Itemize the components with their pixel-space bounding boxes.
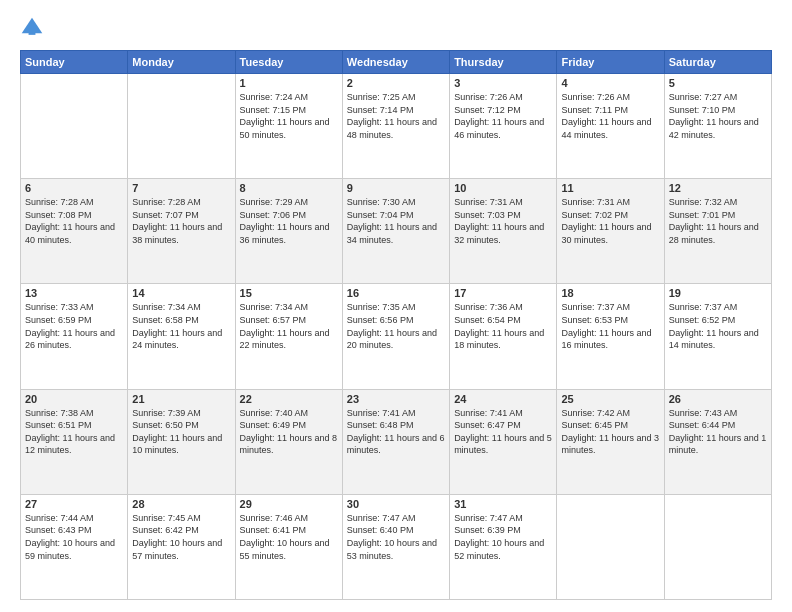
day-info: Sunrise: 7:38 AM Sunset: 6:51 PM Dayligh…: [25, 407, 123, 457]
day-cell: 22Sunrise: 7:40 AM Sunset: 6:49 PM Dayli…: [235, 389, 342, 494]
day-info: Sunrise: 7:44 AM Sunset: 6:43 PM Dayligh…: [25, 512, 123, 562]
day-number: 3: [454, 77, 552, 89]
day-cell: 3Sunrise: 7:26 AM Sunset: 7:12 PM Daylig…: [450, 74, 557, 179]
day-info: Sunrise: 7:40 AM Sunset: 6:49 PM Dayligh…: [240, 407, 338, 457]
day-info: Sunrise: 7:28 AM Sunset: 7:07 PM Dayligh…: [132, 196, 230, 246]
day-number: 4: [561, 77, 659, 89]
day-cell: 19Sunrise: 7:37 AM Sunset: 6:52 PM Dayli…: [664, 284, 771, 389]
day-cell: 21Sunrise: 7:39 AM Sunset: 6:50 PM Dayli…: [128, 389, 235, 494]
day-number: 23: [347, 393, 445, 405]
day-cell: 30Sunrise: 7:47 AM Sunset: 6:40 PM Dayli…: [342, 494, 449, 599]
day-cell: 9Sunrise: 7:30 AM Sunset: 7:04 PM Daylig…: [342, 179, 449, 284]
day-number: 20: [25, 393, 123, 405]
day-number: 31: [454, 498, 552, 510]
day-cell: 26Sunrise: 7:43 AM Sunset: 6:44 PM Dayli…: [664, 389, 771, 494]
day-cell: 1Sunrise: 7:24 AM Sunset: 7:15 PM Daylig…: [235, 74, 342, 179]
day-number: 30: [347, 498, 445, 510]
day-cell: 15Sunrise: 7:34 AM Sunset: 6:57 PM Dayli…: [235, 284, 342, 389]
header-row: SundayMondayTuesdayWednesdayThursdayFrid…: [21, 51, 772, 74]
day-cell: 25Sunrise: 7:42 AM Sunset: 6:45 PM Dayli…: [557, 389, 664, 494]
day-cell: 2Sunrise: 7:25 AM Sunset: 7:14 PM Daylig…: [342, 74, 449, 179]
header-cell-saturday: Saturday: [664, 51, 771, 74]
day-info: Sunrise: 7:43 AM Sunset: 6:44 PM Dayligh…: [669, 407, 767, 457]
day-cell: 31Sunrise: 7:47 AM Sunset: 6:39 PM Dayli…: [450, 494, 557, 599]
svg-rect-1: [29, 28, 36, 35]
day-info: Sunrise: 7:31 AM Sunset: 7:02 PM Dayligh…: [561, 196, 659, 246]
header-cell-sunday: Sunday: [21, 51, 128, 74]
day-number: 19: [669, 287, 767, 299]
day-info: Sunrise: 7:25 AM Sunset: 7:14 PM Dayligh…: [347, 91, 445, 141]
day-info: Sunrise: 7:34 AM Sunset: 6:57 PM Dayligh…: [240, 301, 338, 351]
day-info: Sunrise: 7:45 AM Sunset: 6:42 PM Dayligh…: [132, 512, 230, 562]
day-number: 8: [240, 182, 338, 194]
day-cell: 14Sunrise: 7:34 AM Sunset: 6:58 PM Dayli…: [128, 284, 235, 389]
day-cell: 12Sunrise: 7:32 AM Sunset: 7:01 PM Dayli…: [664, 179, 771, 284]
week-row-3: 20Sunrise: 7:38 AM Sunset: 6:51 PM Dayli…: [21, 389, 772, 494]
day-cell: 20Sunrise: 7:38 AM Sunset: 6:51 PM Dayli…: [21, 389, 128, 494]
day-info: Sunrise: 7:47 AM Sunset: 6:39 PM Dayligh…: [454, 512, 552, 562]
day-info: Sunrise: 7:33 AM Sunset: 6:59 PM Dayligh…: [25, 301, 123, 351]
day-number: 5: [669, 77, 767, 89]
day-number: 29: [240, 498, 338, 510]
day-number: 1: [240, 77, 338, 89]
week-row-0: 1Sunrise: 7:24 AM Sunset: 7:15 PM Daylig…: [21, 74, 772, 179]
day-info: Sunrise: 7:39 AM Sunset: 6:50 PM Dayligh…: [132, 407, 230, 457]
day-info: Sunrise: 7:36 AM Sunset: 6:54 PM Dayligh…: [454, 301, 552, 351]
day-number: 24: [454, 393, 552, 405]
day-info: Sunrise: 7:46 AM Sunset: 6:41 PM Dayligh…: [240, 512, 338, 562]
header-cell-monday: Monday: [128, 51, 235, 74]
header-cell-tuesday: Tuesday: [235, 51, 342, 74]
day-info: Sunrise: 7:34 AM Sunset: 6:58 PM Dayligh…: [132, 301, 230, 351]
day-info: Sunrise: 7:28 AM Sunset: 7:08 PM Dayligh…: [25, 196, 123, 246]
day-number: 26: [669, 393, 767, 405]
day-cell: 24Sunrise: 7:41 AM Sunset: 6:47 PM Dayli…: [450, 389, 557, 494]
day-number: 12: [669, 182, 767, 194]
day-info: Sunrise: 7:29 AM Sunset: 7:06 PM Dayligh…: [240, 196, 338, 246]
day-number: 11: [561, 182, 659, 194]
day-cell: 7Sunrise: 7:28 AM Sunset: 7:07 PM Daylig…: [128, 179, 235, 284]
day-cell: 13Sunrise: 7:33 AM Sunset: 6:59 PM Dayli…: [21, 284, 128, 389]
week-row-1: 6Sunrise: 7:28 AM Sunset: 7:08 PM Daylig…: [21, 179, 772, 284]
header: [20, 16, 772, 40]
calendar: SundayMondayTuesdayWednesdayThursdayFrid…: [20, 50, 772, 600]
day-number: 22: [240, 393, 338, 405]
day-cell: 8Sunrise: 7:29 AM Sunset: 7:06 PM Daylig…: [235, 179, 342, 284]
day-cell: 28Sunrise: 7:45 AM Sunset: 6:42 PM Dayli…: [128, 494, 235, 599]
day-cell: 27Sunrise: 7:44 AM Sunset: 6:43 PM Dayli…: [21, 494, 128, 599]
day-info: Sunrise: 7:24 AM Sunset: 7:15 PM Dayligh…: [240, 91, 338, 141]
page: SundayMondayTuesdayWednesdayThursdayFrid…: [0, 0, 792, 612]
day-info: Sunrise: 7:41 AM Sunset: 6:47 PM Dayligh…: [454, 407, 552, 457]
day-cell: 18Sunrise: 7:37 AM Sunset: 6:53 PM Dayli…: [557, 284, 664, 389]
day-number: 28: [132, 498, 230, 510]
day-cell: [664, 494, 771, 599]
day-number: 15: [240, 287, 338, 299]
day-info: Sunrise: 7:26 AM Sunset: 7:12 PM Dayligh…: [454, 91, 552, 141]
day-number: 6: [25, 182, 123, 194]
day-number: 14: [132, 287, 230, 299]
day-info: Sunrise: 7:32 AM Sunset: 7:01 PM Dayligh…: [669, 196, 767, 246]
day-cell: 11Sunrise: 7:31 AM Sunset: 7:02 PM Dayli…: [557, 179, 664, 284]
week-row-2: 13Sunrise: 7:33 AM Sunset: 6:59 PM Dayli…: [21, 284, 772, 389]
day-cell: 16Sunrise: 7:35 AM Sunset: 6:56 PM Dayli…: [342, 284, 449, 389]
day-cell: [21, 74, 128, 179]
day-number: 21: [132, 393, 230, 405]
day-number: 17: [454, 287, 552, 299]
header-cell-friday: Friday: [557, 51, 664, 74]
day-number: 9: [347, 182, 445, 194]
day-info: Sunrise: 7:35 AM Sunset: 6:56 PM Dayligh…: [347, 301, 445, 351]
day-info: Sunrise: 7:27 AM Sunset: 7:10 PM Dayligh…: [669, 91, 767, 141]
logo-icon: [20, 16, 44, 40]
day-info: Sunrise: 7:41 AM Sunset: 6:48 PM Dayligh…: [347, 407, 445, 457]
day-number: 10: [454, 182, 552, 194]
day-cell: 29Sunrise: 7:46 AM Sunset: 6:41 PM Dayli…: [235, 494, 342, 599]
day-number: 16: [347, 287, 445, 299]
day-info: Sunrise: 7:42 AM Sunset: 6:45 PM Dayligh…: [561, 407, 659, 457]
day-number: 7: [132, 182, 230, 194]
day-cell: 6Sunrise: 7:28 AM Sunset: 7:08 PM Daylig…: [21, 179, 128, 284]
day-cell: 23Sunrise: 7:41 AM Sunset: 6:48 PM Dayli…: [342, 389, 449, 494]
day-info: Sunrise: 7:30 AM Sunset: 7:04 PM Dayligh…: [347, 196, 445, 246]
day-number: 27: [25, 498, 123, 510]
week-row-4: 27Sunrise: 7:44 AM Sunset: 6:43 PM Dayli…: [21, 494, 772, 599]
day-info: Sunrise: 7:37 AM Sunset: 6:53 PM Dayligh…: [561, 301, 659, 351]
day-cell: 10Sunrise: 7:31 AM Sunset: 7:03 PM Dayli…: [450, 179, 557, 284]
